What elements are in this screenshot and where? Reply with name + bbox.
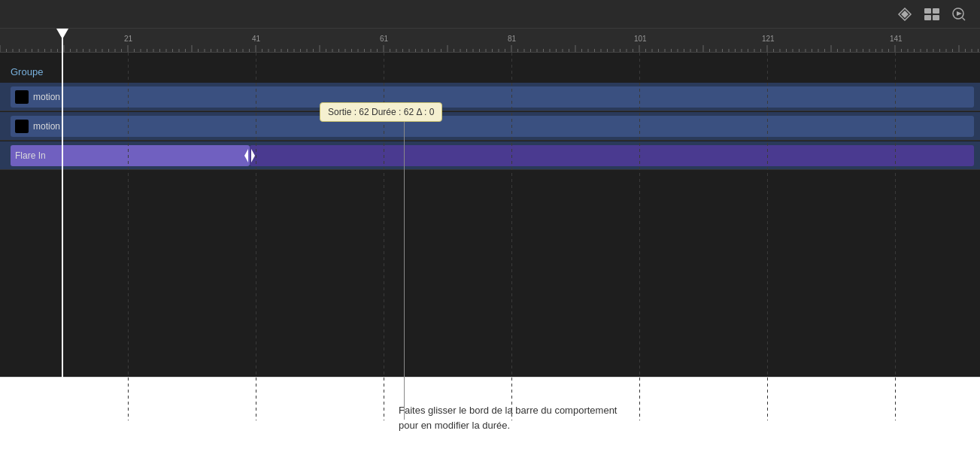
grid-line-4	[511, 53, 512, 420]
group-label: Groupe	[11, 66, 43, 77]
svg-marker-169	[244, 149, 248, 162]
track-row-flare: Flare In	[0, 141, 980, 170]
clip-icon-1	[15, 90, 29, 104]
track-row-motion-1: motion	[0, 83, 980, 111]
tooltip-text: Sortie : 62 Durée : 62 Δ : 0	[328, 107, 434, 117]
ruler-mark-141: 141	[890, 35, 903, 43]
caption-area: Faites glisser le bord de la barre du co…	[0, 377, 980, 458]
ruler-ticks	[0, 44, 980, 53]
track-row-motion-2: motion	[0, 112, 980, 141]
ruler-mark-101: 101	[634, 35, 647, 43]
clip-motion-2[interactable]: motion	[11, 116, 974, 137]
clip-motion-1[interactable]: motion	[11, 86, 974, 108]
ruler-mark-41: 41	[252, 35, 260, 43]
svg-line-7	[963, 17, 966, 20]
ruler-mark-21: 21	[124, 35, 132, 43]
svg-marker-8	[957, 11, 962, 16]
svg-rect-5	[933, 15, 939, 20]
svg-rect-4	[924, 15, 931, 20]
caption-text: Faites glisser le bord de la barre du co…	[399, 403, 617, 432]
clip-label-1: motion	[33, 92, 60, 102]
tooltip-line	[404, 119, 405, 420]
grid-line-7	[895, 53, 896, 420]
scene-icon[interactable]	[923, 5, 941, 23]
tracks-area: Groupe motion motion Flare In	[0, 53, 980, 420]
svg-marker-170	[251, 149, 255, 162]
tooltip-popup: Sortie : 62 Durée : 62 Δ : 0	[320, 102, 442, 122]
trim-handle[interactable]	[242, 141, 257, 170]
clip-flare-label[interactable]: Flare In	[11, 145, 250, 166]
toolbar	[0, 0, 980, 29]
playhead[interactable]	[62, 29, 63, 420]
clip-icon-2	[15, 120, 29, 133]
empty-tracks-area	[0, 170, 980, 305]
play-search-icon[interactable]	[950, 5, 968, 23]
ruler-mark-121: 121	[762, 35, 775, 43]
grid-line-1	[128, 53, 129, 420]
grid-line-5	[639, 53, 640, 420]
grid-line-6	[767, 53, 768, 420]
clip-flare-extension[interactable]	[250, 145, 974, 166]
caption-line-2: pour en modifier la durée.	[399, 418, 617, 433]
svg-rect-2	[924, 8, 931, 14]
ruler-mark-61: 61	[380, 35, 388, 43]
keyframe-icon[interactable]	[896, 5, 914, 23]
clip-label-flare: Flare In	[15, 150, 46, 161]
svg-rect-3	[933, 8, 939, 14]
clip-label-2: motion	[33, 121, 60, 132]
caption-line-1: Faites glisser le bord de la barre du co…	[399, 403, 617, 418]
trim-arrows-icon	[243, 147, 256, 164]
ruler-mark-81: 81	[508, 35, 516, 43]
timeline-ruler: 21 41 61 81 101 121 141	[0, 29, 980, 53]
grid-line-2	[256, 53, 256, 420]
